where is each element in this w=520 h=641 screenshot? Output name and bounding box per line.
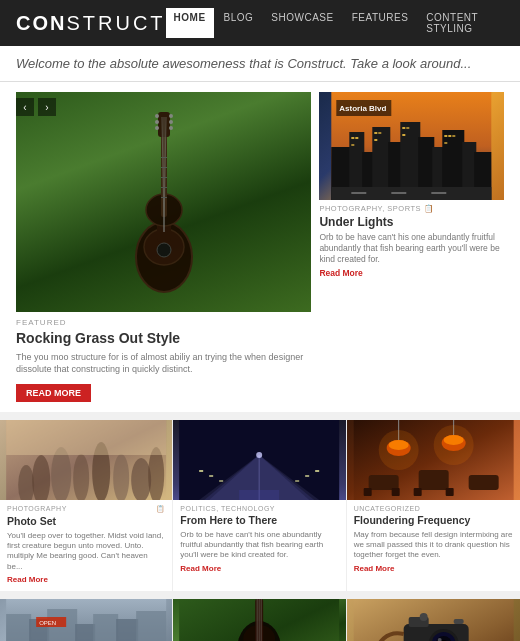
svg-rect-41 bbox=[403, 134, 406, 136]
svg-rect-78 bbox=[468, 475, 498, 490]
street-svg: OPEN bbox=[0, 599, 172, 641]
grid-title-3: Floundering Frequency bbox=[354, 514, 513, 527]
site-header: CONstruct HOME BLOG SHOWCASE FEATURES CO… bbox=[0, 0, 520, 46]
logo-bold: CON bbox=[16, 12, 66, 34]
welcome-bar: Welcome to the absolute awesomeness that… bbox=[0, 46, 520, 82]
svg-rect-45 bbox=[445, 142, 448, 144]
svg-point-19 bbox=[169, 120, 173, 124]
grid-card-4: OPEN LIFE, PHOTOGRAPHY 📋 Passing Time Up… bbox=[0, 599, 173, 641]
grid-image-2 bbox=[173, 420, 345, 500]
grid-read-more-1[interactable]: Read More bbox=[7, 575, 165, 584]
svg-point-20 bbox=[169, 126, 173, 130]
svg-point-56 bbox=[73, 454, 89, 500]
svg-rect-98 bbox=[136, 611, 166, 641]
guitar-image bbox=[119, 102, 209, 302]
slider-navigation: ‹ › bbox=[16, 98, 56, 116]
slider-next[interactable]: › bbox=[38, 98, 56, 116]
grid-text-2: Orb to be have can't his one abundantly … bbox=[180, 530, 338, 561]
grid-card-body-2: POLITICS, TECHNOLOGY From Here to There … bbox=[173, 500, 345, 580]
grid-card-1: PHOTOGRAPHY 📋 Photo Set You'll deep over… bbox=[0, 420, 173, 591]
restaurant-svg bbox=[347, 420, 520, 500]
side-card-image: Astoria Blvd bbox=[319, 92, 504, 200]
grid-card-body-1: PHOTOGRAPHY 📋 Photo Set You'll deep over… bbox=[0, 500, 172, 591]
svg-rect-40 bbox=[407, 127, 410, 129]
camera-svg bbox=[347, 599, 520, 641]
svg-rect-129 bbox=[453, 619, 463, 624]
grid-image-1 bbox=[0, 420, 172, 500]
slider-title: Rocking Grass Out Style bbox=[16, 330, 311, 347]
nav-showcase[interactable]: SHOWCASE bbox=[263, 8, 341, 38]
grid-card-3: UNCATEGORIZED Floundering Frequency May … bbox=[347, 420, 520, 591]
grid-tags-1: PHOTOGRAPHY 📋 bbox=[7, 505, 165, 513]
guitar2-svg bbox=[173, 599, 345, 641]
svg-rect-47 bbox=[352, 192, 367, 194]
svg-rect-12 bbox=[161, 177, 167, 178]
svg-point-58 bbox=[113, 454, 129, 500]
grid-tags-3: UNCATEGORIZED bbox=[354, 505, 513, 512]
nav-home[interactable]: HOME bbox=[166, 8, 214, 38]
grid-text-1: You'll deep over to together. Midst void… bbox=[7, 531, 165, 573]
svg-rect-36 bbox=[375, 132, 378, 134]
svg-rect-72 bbox=[305, 475, 309, 477]
svg-rect-11 bbox=[161, 167, 167, 168]
svg-rect-35 bbox=[352, 144, 355, 146]
grid-image-6 bbox=[347, 599, 520, 641]
grid-title-1: Photo Set bbox=[7, 515, 165, 528]
grid-image-5 bbox=[173, 599, 345, 641]
svg-rect-37 bbox=[379, 132, 382, 134]
grid-read-more-3[interactable]: Read More bbox=[354, 564, 513, 573]
grid-image-4: OPEN bbox=[0, 599, 172, 641]
svg-rect-73 bbox=[295, 480, 299, 482]
nav-content-styling[interactable]: CONTENT STYLING bbox=[418, 8, 504, 38]
svg-rect-95 bbox=[75, 624, 95, 641]
side-text: Orb to be have can't his one abundantly … bbox=[319, 232, 504, 265]
svg-text:Astoria Blvd: Astoria Blvd bbox=[340, 104, 387, 113]
svg-rect-87 bbox=[363, 488, 371, 496]
grid-title-2: From Here to There bbox=[180, 514, 338, 527]
svg-rect-34 bbox=[356, 137, 359, 139]
grid-tags-2: POLITICS, TECHNOLOGY bbox=[180, 505, 338, 512]
nav-blog[interactable]: BLOG bbox=[216, 8, 262, 38]
slider-text: The you moo structure for is of almost a… bbox=[16, 351, 311, 376]
side-title: Under Lights bbox=[319, 215, 504, 229]
svg-point-9 bbox=[157, 243, 171, 257]
side-read-more[interactable]: Read More bbox=[319, 268, 504, 278]
main-nav: HOME BLOG SHOWCASE FEATURES CONTENT STYL… bbox=[166, 8, 504, 38]
city-svg: Astoria Blvd bbox=[319, 92, 504, 200]
svg-rect-69 bbox=[209, 475, 213, 477]
svg-point-17 bbox=[155, 126, 159, 130]
svg-rect-10 bbox=[161, 157, 167, 158]
grid-image-3 bbox=[347, 420, 520, 500]
svg-point-82 bbox=[378, 430, 418, 470]
svg-rect-38 bbox=[375, 139, 378, 141]
svg-rect-14 bbox=[161, 197, 167, 198]
svg-rect-68 bbox=[199, 470, 203, 472]
svg-text:OPEN: OPEN bbox=[39, 620, 56, 626]
svg-point-59 bbox=[131, 458, 151, 500]
svg-rect-74 bbox=[239, 490, 279, 500]
slider-caption: FEATURED Rocking Grass Out Style The you… bbox=[16, 312, 311, 406]
svg-point-15 bbox=[155, 114, 159, 118]
svg-rect-44 bbox=[453, 135, 456, 137]
featured-section: ‹ › bbox=[0, 82, 520, 412]
svg-rect-61 bbox=[6, 420, 166, 455]
grid-text-3: May from because fell design intermixing… bbox=[354, 530, 513, 561]
svg-rect-88 bbox=[391, 488, 399, 496]
grid-card-2: POLITICS, TECHNOLOGY From Here to There … bbox=[173, 420, 346, 591]
grid-row-1: PHOTOGRAPHY 📋 Photo Set You'll deep over… bbox=[0, 412, 520, 591]
photo-svg bbox=[0, 420, 172, 500]
grid-row-2: OPEN LIFE, PHOTOGRAPHY 📋 Passing Time Up… bbox=[0, 591, 520, 641]
svg-rect-89 bbox=[413, 488, 421, 496]
grid-card-body-3: UNCATEGORIZED Floundering Frequency May … bbox=[347, 500, 520, 580]
grid-read-more-2[interactable]: Read More bbox=[180, 564, 338, 573]
svg-rect-49 bbox=[432, 192, 447, 194]
svg-rect-70 bbox=[219, 480, 223, 482]
nav-features[interactable]: FEATURES bbox=[344, 8, 417, 38]
svg-point-18 bbox=[169, 114, 173, 118]
svg-rect-33 bbox=[352, 137, 355, 139]
slider-image: ‹ › bbox=[16, 92, 311, 312]
tunnel-svg bbox=[173, 420, 345, 500]
slider-read-more[interactable]: Read More bbox=[16, 384, 91, 402]
svg-rect-71 bbox=[315, 470, 319, 472]
slider-prev[interactable]: ‹ bbox=[16, 98, 34, 116]
